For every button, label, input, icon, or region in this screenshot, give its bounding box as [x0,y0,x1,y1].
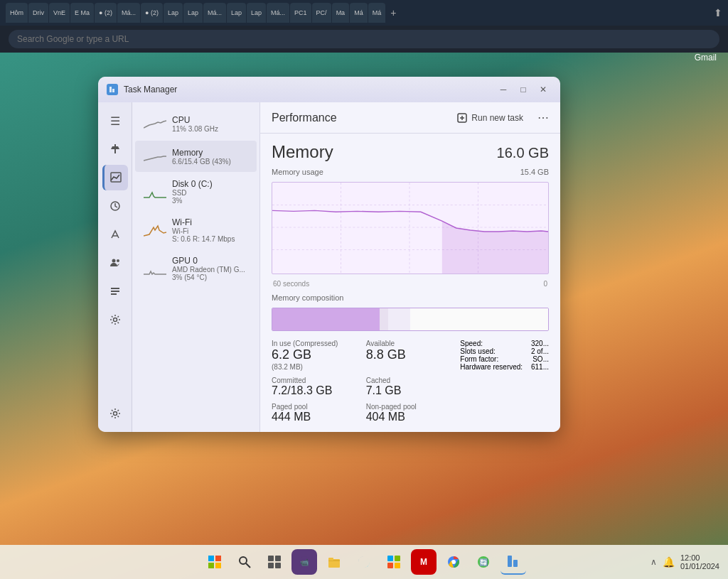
run-new-task-label: Run new task [471,113,523,123]
share-icon[interactable]: ⬆ [714,7,722,18]
performance-title: Performance [272,112,443,124]
memory-info: Memory 6.6/15.4 GB (43%) [172,148,248,166]
browser-tab-12[interactable]: Lap [247,3,266,23]
task-manager-icon [107,84,118,95]
browser-tab-14[interactable]: PC1 [290,3,311,23]
stat-non-paged: Non-paged pool 404 MB [366,403,455,423]
browser-tab-11[interactable]: Lap [227,3,246,23]
task-view-button[interactable] [262,549,287,575]
title-bar-controls: ─ □ ✕ [495,81,552,98]
sidebar-startup-icon[interactable] [102,222,128,247]
more-options-icon[interactable]: ⋯ [537,111,549,124]
gpu-name: GPU 0 [172,256,248,266]
sidebar-details-icon[interactable] [102,278,128,304]
store-button[interactable] [381,549,407,575]
svg-rect-26 [215,556,221,561]
sidebar-menu-icon[interactable]: ☰ [102,108,128,134]
device-item-wifi[interactable]: Wi-Fi Wi-Fi S: 0.6 R: 14.7 Mbps [135,212,257,249]
memory-usage-max: 15.4 GB [520,168,549,176]
address-bar [0,26,728,53]
svg-line-30 [246,563,250,568]
chrome-button[interactable] [441,549,466,575]
browser-tab-3[interactable]: VnE [49,3,70,23]
svg-rect-39 [387,556,393,561]
taskbar-center: 📹 M [202,549,526,575]
task-manager-taskbar-button[interactable] [500,549,526,575]
browser-tab-17[interactable]: Má [350,3,368,23]
svg-rect-32 [275,556,281,561]
maximize-button[interactable]: □ [515,81,532,98]
browser-tab-18[interactable]: Má [368,3,386,23]
svg-text:🔄: 🔄 [479,558,488,567]
svg-rect-12 [111,293,117,295]
wifi-info: Wi-Fi Wi-Fi S: 0.6 R: 14.7 Mbps [172,217,248,243]
close-button[interactable]: ✕ [535,81,552,98]
svg-rect-33 [268,563,274,568]
svg-rect-31 [268,556,274,561]
graph-time-left: 60 seconds [273,280,309,288]
minimize-button[interactable]: ─ [495,81,512,98]
browser-tab-15[interactable]: PC/ [312,3,331,23]
stat-spacer [460,377,549,397]
meet-button[interactable]: 📹 [291,549,317,575]
svg-rect-41 [387,563,393,568]
tm-body: ☰ [98,102,560,432]
wifi-name: Wi-Fi [172,217,248,227]
browser-tab-5[interactable]: ● (2) [95,3,117,23]
memory-total: 16.0 GB [497,145,549,161]
device-item-memory[interactable]: Memory 6.6/15.4 GB (43%) [135,141,257,172]
svg-marker-3 [111,146,119,149]
sidebar-services-icon[interactable] [102,307,128,332]
svg-rect-38 [328,558,333,561]
run-new-task-button[interactable]: Run new task [451,110,529,126]
task-manager-window: Task Manager ─ □ ✕ ☰ [98,77,560,432]
mcafee-button[interactable]: M [411,549,437,575]
notification-icon[interactable]: 🔔 [663,556,675,568]
memory-name: Memory [172,148,248,158]
device-item-gpu[interactable]: GPU 0 AMD Radeon (TM) G... 3% (54 °C) [135,250,257,287]
gpu-sub: 3% (54 °C) [172,274,248,281]
memory-graph [272,182,549,274]
sidebar-users-icon[interactable] [102,250,128,276]
edge-button[interactable] [351,549,377,575]
comp-in-use [272,308,380,330]
disk-info: Disk 0 (C:) SSD 3% [172,179,248,205]
sidebar-performance-icon[interactable] [102,165,128,190]
windows-button[interactable] [202,549,228,575]
browser-tab-1[interactable]: Hôm [6,3,28,23]
system-tray-expand[interactable]: ∧ [651,557,657,567]
sidebar-history-icon[interactable] [102,193,128,219]
memory-title-row: Memory 16.0 GB [272,142,549,162]
browser-tab-7[interactable]: ● (2) [141,3,163,23]
composition-label: Memory composition [272,293,549,302]
svg-rect-40 [395,556,400,561]
sidebar-settings-icon[interactable] [102,401,128,426]
file-explorer-button[interactable] [321,549,347,575]
sidebar-pin-icon[interactable] [102,136,128,162]
browser-tab-10[interactable]: Má... [203,3,226,23]
browser-tab-16[interactable]: Ma [332,3,350,23]
browser-tab-9[interactable]: Lap [183,3,203,23]
browser-tab-6[interactable]: Má... [117,3,140,23]
svg-point-14 [113,412,117,416]
svg-rect-11 [111,291,119,292]
stat-cached: Cached 7.1 GB [366,377,455,397]
device-item-cpu[interactable]: CPU 11% 3.08 GHz [135,108,257,139]
browser-tab-13[interactable]: Má... [267,3,289,23]
hw-reserved-value: 611... [531,363,549,371]
browser-tab-4[interactable]: E Ma [70,3,94,23]
address-input[interactable] [9,30,719,48]
browser-tab-8[interactable]: Lap [164,3,183,23]
disk-mini-chart [144,182,166,202]
svg-rect-1 [112,89,114,92]
form-value: SO... [532,355,549,363]
svg-marker-24 [442,221,548,274]
device-item-disk[interactable]: Disk 0 (C:) SSD 3% [135,173,257,210]
search-button[interactable] [232,549,257,575]
wifi-sub: S: 0.6 R: 14.7 Mbps [172,235,248,243]
new-tab-button[interactable]: + [386,6,400,20]
comp-free [410,308,548,330]
sticker-button[interactable]: 🔄 [471,549,496,575]
svg-rect-48 [513,560,518,567]
browser-tab-2[interactable]: Driv [28,3,48,23]
